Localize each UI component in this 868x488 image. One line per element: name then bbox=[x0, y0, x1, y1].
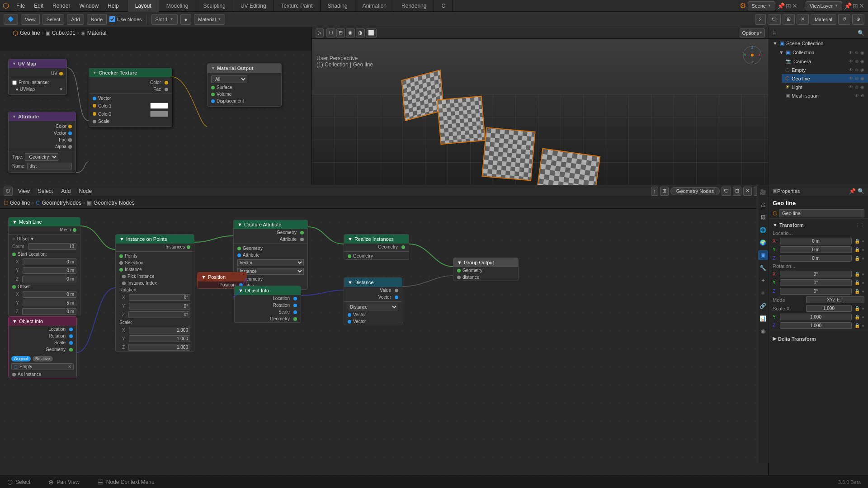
rotation-z[interactable]: 0° bbox=[780, 288, 852, 295]
tab-sculpting[interactable]: Sculpting bbox=[196, 0, 233, 12]
scale-y[interactable]: 1.000 bbox=[780, 314, 852, 320]
delta-header[interactable]: ▶ Delta Transform bbox=[769, 334, 868, 343]
menu-edit[interactable]: Edit bbox=[29, 0, 48, 12]
breadcrumb-cube[interactable]: Cube.001 bbox=[52, 30, 75, 36]
tab-modeling[interactable]: Modeling bbox=[159, 0, 196, 12]
gn-editor-type-btn[interactable]: ⬡ bbox=[4, 187, 13, 196]
geo-sel[interactable]: ⊕ bbox=[855, 76, 859, 81]
object-props-icon[interactable]: ▣ bbox=[758, 250, 768, 260]
geo-rend[interactable]: ◉ bbox=[860, 76, 864, 81]
light-eye[interactable]: 👁 bbox=[849, 84, 853, 89]
tab-texture-paint[interactable]: Texture Paint bbox=[274, 0, 321, 12]
capture-type-dropdown[interactable]: Instance bbox=[237, 268, 304, 275]
lock-y[interactable]: 🔒 bbox=[854, 247, 860, 252]
transform-options[interactable]: ⋮⋮ bbox=[855, 223, 864, 228]
rotation-x[interactable]: 0° bbox=[780, 271, 852, 277]
count-input[interactable]: 10 bbox=[28, 243, 76, 250]
scene-props-icon[interactable]: 🌐 bbox=[758, 225, 768, 235]
pin-icon[interactable]: 📌 bbox=[777, 2, 785, 9]
scale-x[interactable]: 1.000 bbox=[806, 305, 852, 312]
vp-mode5[interactable]: ⬜ bbox=[366, 28, 377, 38]
light-sel[interactable]: ⊕ bbox=[855, 84, 859, 89]
mesh-sel[interactable]: ⊕ bbox=[861, 93, 864, 98]
gn-bc-1[interactable]: Geo line bbox=[10, 200, 30, 206]
gn-export-btn[interactable]: ↑ bbox=[651, 187, 658, 196]
node-attribute[interactable]: ▼ Attribute Color Vector Fac bbox=[8, 112, 76, 173]
breadcrumb-geo-line[interactable]: Geo line bbox=[20, 30, 40, 36]
select-btn[interactable]: Select bbox=[42, 14, 65, 25]
view-btn[interactable]: View bbox=[21, 14, 40, 25]
search-props-icon[interactable]: 🔍 bbox=[858, 188, 864, 194]
cam-sel[interactable]: ⊕ bbox=[855, 59, 859, 64]
location-x[interactable]: 0 m bbox=[780, 238, 852, 244]
render-icon[interactable]: ◉ bbox=[860, 50, 864, 55]
slock-x[interactable]: 🔒 bbox=[854, 306, 860, 311]
type-dropdown[interactable]: Geometry bbox=[25, 153, 58, 161]
rotation-mode[interactable]: XYZ E... bbox=[806, 296, 864, 303]
outliner-mesh-square[interactable]: ▣ Mesh squan 👁 ⊕ bbox=[782, 91, 868, 100]
data-props-icon[interactable]: 📊 bbox=[758, 314, 768, 324]
pin-vl-icon[interactable]: 📌 bbox=[844, 2, 852, 9]
particles-props-icon[interactable]: ✦ bbox=[758, 276, 768, 286]
data-name-input[interactable]: Geo line bbox=[779, 209, 864, 217]
gn-select-menu[interactable]: Select bbox=[35, 185, 56, 197]
outliner-collection[interactable]: ▼ ▣ Collection 👁 ⊕ ◉ bbox=[775, 48, 868, 57]
slock-y[interactable]: 🔒 bbox=[854, 314, 860, 319]
gn-copy-btn[interactable]: ⊞ bbox=[660, 187, 669, 196]
node-object-info-top[interactable]: ▼ Object Info Location Rotation Scale bbox=[234, 286, 301, 323]
capture-domain-dropdown[interactable]: Vector bbox=[237, 259, 304, 266]
gn-bc-2[interactable]: GeometryNodes bbox=[42, 200, 81, 206]
node-mesh-line[interactable]: ▼ Mesh Line Mesh Offset ▼ Count bbox=[8, 217, 80, 316]
rlock-x[interactable]: 🔒 bbox=[854, 272, 860, 277]
mesh-eye[interactable]: 👁 bbox=[854, 93, 859, 98]
light-rend[interactable]: ◉ bbox=[860, 84, 864, 89]
viewport-canvas[interactable]: User Perspective (1) Collection | Geo li… bbox=[312, 39, 769, 185]
wire-mode-btn[interactable]: ⊟ bbox=[336, 28, 345, 38]
tab-shading[interactable]: Shading bbox=[321, 0, 355, 12]
gn-add-menu[interactable]: Add bbox=[58, 185, 73, 197]
viewport-type-btn[interactable]: ▷ bbox=[316, 28, 324, 38]
outliner-light[interactable]: ☀ Light 👁 ⊕ ◉ bbox=[782, 83, 868, 91]
outliner-scene-collection[interactable]: ▼ ▣ Scene Collection bbox=[769, 39, 868, 48]
slot-selector[interactable]: Slot 1 ▼ bbox=[151, 14, 178, 25]
from-instancer-checkbox[interactable] bbox=[12, 80, 17, 85]
transform-header[interactable]: ▼ Transform ⋮⋮ bbox=[769, 221, 868, 230]
lock-z[interactable]: 🔒 bbox=[854, 256, 860, 261]
tab-animation[interactable]: Animation bbox=[355, 0, 394, 12]
gn-shield-btn[interactable]: 🛡 bbox=[722, 187, 731, 196]
breadcrumb-material[interactable]: Material bbox=[87, 30, 107, 36]
color2-swatch[interactable] bbox=[150, 111, 168, 117]
viewport-3d[interactable]: ▷ ☐ ⊟ ◉ ◑ ⬜ Options ▼ User Perspective (… bbox=[312, 27, 769, 185]
view-props-icon[interactable]: 🖼 bbox=[758, 212, 768, 222]
menu-window[interactable]: Window bbox=[75, 0, 103, 12]
outliner-empty[interactable]: ◌ Empty 👁 ⊕ ◉ bbox=[782, 66, 868, 74]
world-props-icon[interactable]: 🌍 bbox=[758, 238, 768, 248]
tab-rendering[interactable]: Rendering bbox=[394, 0, 434, 12]
constraints-props-icon[interactable]: 🔗 bbox=[758, 301, 768, 311]
view-layer-selector[interactable]: ViewLayer ▼ bbox=[806, 1, 842, 10]
solid-mode-btn[interactable]: ☐ bbox=[326, 28, 335, 38]
node-uv-map[interactable]: ▼ UV Map UV From Instancer ● UVMap bbox=[8, 59, 67, 95]
material-props-icon[interactable]: ◉ bbox=[758, 326, 768, 336]
rotation-y[interactable]: 0° bbox=[780, 279, 852, 286]
close-vl-icon[interactable]: ✕ bbox=[859, 2, 864, 9]
uvmap-x-btn[interactable]: ✕ bbox=[59, 87, 63, 92]
name-input[interactable]: dist bbox=[27, 163, 72, 169]
empty-eye[interactable]: 👁 bbox=[849, 67, 853, 72]
tab-compositing[interactable]: C bbox=[434, 0, 453, 12]
tab-uv-editing[interactable]: UV Editing bbox=[233, 0, 274, 12]
copy-vl-icon[interactable]: ⊞ bbox=[853, 2, 858, 9]
node-checker-texture[interactable]: ▼ Checker Texture Color Fac Vec bbox=[89, 68, 172, 127]
lock-x[interactable]: 🔒 bbox=[854, 239, 860, 244]
output-props-icon[interactable]: 🖨 bbox=[758, 200, 768, 210]
copy-icon[interactable]: ⊞ bbox=[786, 2, 791, 9]
gn-bc-3[interactable]: Geometry Nodes bbox=[94, 200, 135, 206]
location-z[interactable]: 0 m bbox=[780, 255, 852, 262]
node-realize-instances[interactable]: ▼ Realize Instances Geometry Geometry bbox=[344, 234, 409, 260]
node-btn[interactable]: Node bbox=[87, 14, 107, 25]
rendered-mode-btn[interactable]: ◑ bbox=[356, 28, 365, 38]
pin-props-icon[interactable]: 📌 bbox=[849, 188, 856, 194]
outliner-geo-line[interactable]: ⬡ Geo line 👁 ⊕ ◉ bbox=[782, 74, 868, 83]
material-selector[interactable]: Material ▼ bbox=[194, 14, 225, 25]
blender-logo-icon[interactable]: ⬡ bbox=[0, 0, 12, 12]
